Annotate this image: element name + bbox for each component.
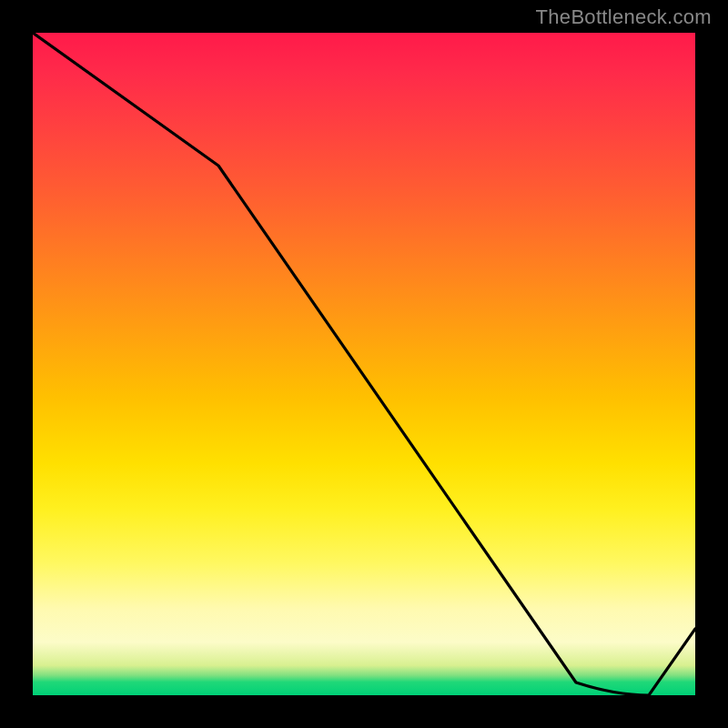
attribution-label: TheBottleneck.com: [536, 5, 712, 29]
chart-gradient-background: [33, 33, 695, 695]
